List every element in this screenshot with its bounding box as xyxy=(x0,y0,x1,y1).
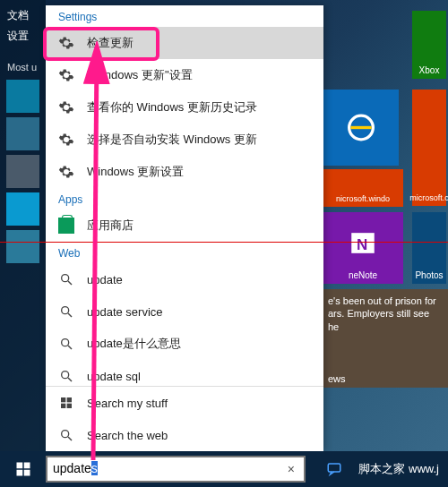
result-auto-install[interactable]: 选择是否自动安装 Windows 更新 xyxy=(46,124,323,156)
tile-onenote[interactable]: N neNote xyxy=(323,212,403,284)
svg-line-8 xyxy=(68,346,72,349)
taskbar-search-box[interactable]: × updates xyxy=(46,456,306,483)
svg-rect-23 xyxy=(23,470,30,476)
svg-rect-14 xyxy=(67,397,72,402)
svg-rect-22 xyxy=(16,470,22,476)
pinned-tile-3[interactable] xyxy=(6,155,39,188)
result-web-update-service[interactable]: update service xyxy=(46,295,323,328)
result-update-history[interactable]: 查看你的 Windows 更新历史记录 xyxy=(46,91,323,124)
search-my-stuff-label: Search my stuff xyxy=(87,397,168,410)
pinned-tile-5[interactable] xyxy=(6,230,39,263)
tile-news[interactable]: e's been out of prison for ars. Employer… xyxy=(323,289,448,388)
tile-xbox-label: Xbox xyxy=(419,65,440,75)
result-update-settings2[interactable]: Windows 更新设置 xyxy=(46,156,323,188)
svg-text:N: N xyxy=(357,236,367,253)
result-label: 检查更新 xyxy=(87,35,134,51)
result-label: update是什么意思 xyxy=(87,336,181,352)
svg-point-9 xyxy=(62,372,69,379)
tile-photos[interactable]: Photos xyxy=(412,212,446,284)
gear-icon xyxy=(58,164,74,180)
search-the-web[interactable]: Search the web xyxy=(46,419,323,451)
section-header-apps: Apps xyxy=(46,188,323,209)
svg-point-7 xyxy=(62,339,69,346)
feedback-button[interactable] xyxy=(319,451,349,487)
svg-point-3 xyxy=(62,275,69,282)
tile-xbox[interactable]: Xbox xyxy=(412,11,446,79)
search-results-panel: Settings 检查更新 "Windows 更新"设置 查看你的 Window… xyxy=(46,5,323,451)
svg-line-4 xyxy=(68,281,72,285)
left-label-documents[interactable]: 文档 xyxy=(0,5,46,26)
search-the-web-label: Search the web xyxy=(87,429,168,442)
result-label: 选择是否自动安装 Windows 更新 xyxy=(87,132,257,148)
result-web-update-sql[interactable]: update sql xyxy=(46,360,323,386)
gear-icon xyxy=(58,35,74,51)
left-label-mostused: Most u xyxy=(0,59,46,75)
left-label-settings[interactable]: 设置 xyxy=(0,26,46,47)
tile-ie[interactable] xyxy=(323,90,399,166)
watermark-text: 脚本之家 www.j xyxy=(349,461,448,477)
search-my-stuff[interactable]: Search my stuff xyxy=(46,387,323,419)
result-label: "Windows 更新"设置 xyxy=(87,67,193,83)
gear-icon xyxy=(58,67,74,83)
result-label: update xyxy=(87,273,123,286)
search-input[interactable] xyxy=(53,462,284,476)
gear-icon xyxy=(58,132,74,148)
svg-line-18 xyxy=(68,437,72,440)
tile-onenote-label: neNote xyxy=(349,270,377,280)
search-icon xyxy=(58,271,74,287)
svg-line-10 xyxy=(68,378,72,381)
tile-news-tag: ews xyxy=(328,373,346,384)
onenote-icon: N xyxy=(348,216,378,270)
svg-rect-13 xyxy=(61,397,65,402)
store-icon xyxy=(58,218,74,234)
svg-rect-15 xyxy=(61,404,65,408)
result-label: update service xyxy=(87,305,163,319)
start-left-column: 文档 设置 Most u xyxy=(0,0,46,451)
clear-search-button[interactable]: × xyxy=(284,462,298,476)
section-header-settings: Settings xyxy=(46,5,323,27)
ie-icon xyxy=(343,93,379,162)
result-label: 查看你的 Windows 更新历史记录 xyxy=(87,99,257,115)
taskbar: × updates 脚本之家 www.j xyxy=(0,451,448,487)
result-label: update sql xyxy=(87,370,141,383)
pinned-tile-1[interactable] xyxy=(6,80,39,113)
tile-microsoft-label: microsoft.c xyxy=(409,193,448,202)
svg-point-5 xyxy=(62,307,69,314)
tile-photos-label: Photos xyxy=(415,270,443,280)
section-header-web: Web xyxy=(46,242,323,263)
result-label: 应用商店 xyxy=(87,218,134,234)
result-web-update[interactable]: update xyxy=(46,263,323,295)
svg-rect-20 xyxy=(16,463,22,469)
result-check-updates[interactable]: 检查更新 xyxy=(46,27,323,59)
search-icon xyxy=(58,303,74,320)
result-store[interactable]: 应用商店 xyxy=(46,209,323,242)
gear-icon xyxy=(58,99,74,115)
windows-logo-icon xyxy=(15,461,31,477)
tile-news-headline: e's been out of prison for ars. Employer… xyxy=(328,295,443,333)
start-button[interactable] xyxy=(0,451,46,487)
result-windows-update-settings[interactable]: "Windows 更新"设置 xyxy=(46,59,323,91)
tile-microsoft[interactable]: microsoft.c xyxy=(412,90,446,206)
pinned-tile-4[interactable] xyxy=(6,192,39,226)
tile-microsoft-windows[interactable]: nicrosoft.windo xyxy=(323,169,403,207)
search-icon xyxy=(58,427,74,443)
result-label: Windows 更新设置 xyxy=(87,164,184,180)
feedback-icon xyxy=(326,461,342,477)
result-web-update-meaning[interactable]: update是什么意思 xyxy=(46,328,323,360)
svg-rect-16 xyxy=(67,404,72,408)
pinned-tile-2[interactable] xyxy=(6,117,39,150)
svg-rect-24 xyxy=(329,464,341,472)
start-tiles-area: Xbox nicrosoft.windo microsoft.c N neNot… xyxy=(323,0,448,451)
svg-point-17 xyxy=(62,431,69,438)
windows-icon xyxy=(58,395,74,411)
svg-line-6 xyxy=(68,313,72,317)
svg-rect-21 xyxy=(23,463,30,469)
search-icon xyxy=(58,368,74,384)
tile-mswin-label: nicrosoft.windo xyxy=(336,194,390,203)
search-icon xyxy=(58,336,74,352)
